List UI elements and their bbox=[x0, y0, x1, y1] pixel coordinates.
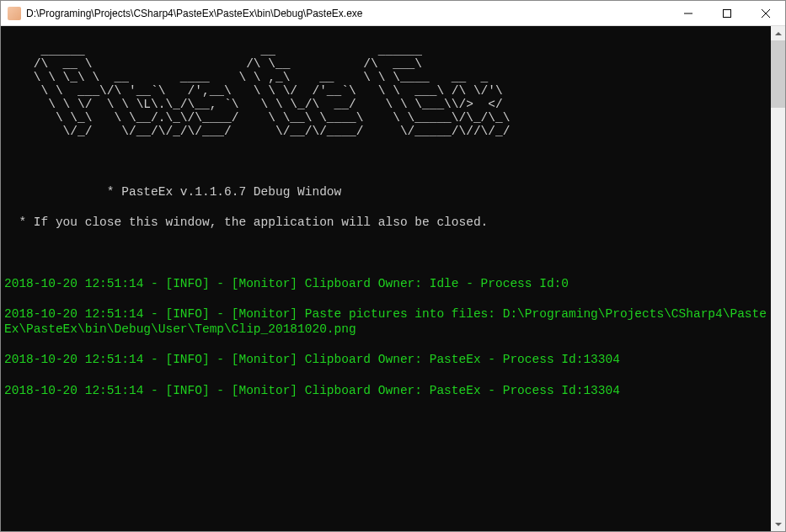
vertical-scrollbar[interactable] bbox=[771, 26, 785, 531]
blank-line-2 bbox=[4, 246, 771, 261]
log-entry: 2018-10-20 12:51:14 - [INFO] - [Monitor]… bbox=[4, 352, 771, 367]
chevron-down-icon bbox=[775, 521, 782, 528]
close-warning-line: * If you close this window, the applicat… bbox=[4, 215, 771, 230]
log-entry: 2018-10-20 12:51:14 - [INFO] - [Monitor]… bbox=[4, 276, 771, 291]
console-output[interactable]: ______ __ ______ /\ __ \ /\ \__ /\ ___\ … bbox=[1, 26, 771, 531]
chevron-up-icon bbox=[775, 30, 782, 37]
log-entry: 2018-10-20 12:51:14 - [INFO] - [Monitor]… bbox=[4, 306, 771, 337]
close-button[interactable] bbox=[746, 1, 785, 25]
scroll-thumb[interactable] bbox=[771, 40, 785, 108]
minimize-icon bbox=[684, 9, 692, 18]
blank-line-1 bbox=[4, 154, 771, 169]
console-area: ______ __ ______ /\ __ \ /\ \__ /\ ___\ … bbox=[1, 26, 785, 531]
ascii-art-banner: ______ __ ______ /\ __ \ /\ \__ /\ ___\ … bbox=[4, 45, 771, 139]
scroll-down-button[interactable] bbox=[771, 517, 785, 531]
svg-rect-0 bbox=[724, 9, 731, 17]
maximize-button[interactable] bbox=[708, 1, 746, 25]
titlebar[interactable]: D:\Programing\Projects\CSharp4\PasteEx\P… bbox=[1, 1, 785, 26]
version-line: * PasteEx v.1.1.6.7 Debug Window bbox=[4, 184, 771, 200]
close-icon bbox=[762, 9, 770, 18]
log-entry: 2018-10-20 12:51:14 - [INFO] - [Monitor]… bbox=[4, 383, 771, 398]
minimize-button[interactable] bbox=[669, 1, 708, 25]
scroll-up-button[interactable] bbox=[771, 26, 785, 40]
scroll-track[interactable] bbox=[771, 40, 785, 517]
app-icon bbox=[8, 7, 21, 20]
window-title: D:\Programing\Projects\CSharp4\PasteEx\P… bbox=[26, 8, 669, 19]
application-window: D:\Programing\Projects\CSharp4\PasteEx\P… bbox=[0, 0, 786, 532]
maximize-icon bbox=[723, 9, 731, 18]
window-controls bbox=[669, 1, 785, 25]
